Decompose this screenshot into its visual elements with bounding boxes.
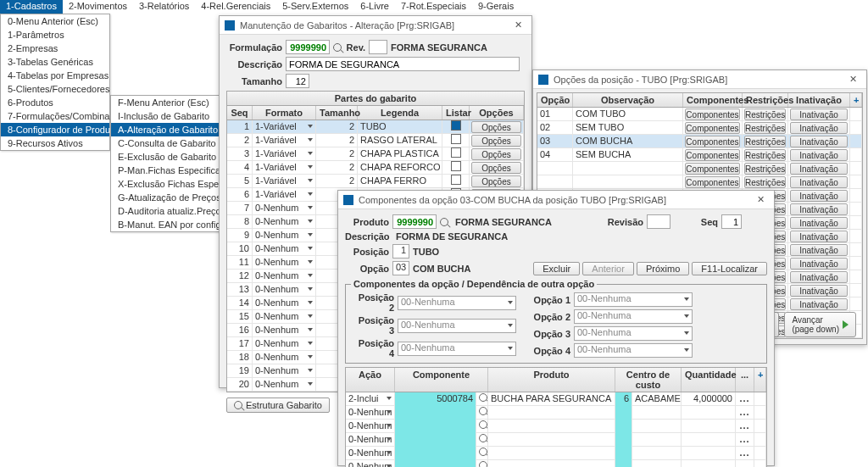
search-icon[interactable] <box>440 218 448 226</box>
submenu-item[interactable]: A-Alteração de Gabarito <box>111 123 220 136</box>
menu-item[interactable]: 6-Produtos <box>1 96 109 109</box>
table-row[interactable]: 0-Nenhum... <box>346 433 766 447</box>
inativacao-button[interactable]: Inativação <box>790 122 848 134</box>
restricoes-button[interactable]: Restrições <box>744 149 786 161</box>
inativacao-button[interactable]: Inativação <box>790 136 848 147</box>
table-row[interactable]: ComponentesRestriçõesInativação <box>537 162 862 175</box>
sel-pos4[interactable]: 00-Nenhuma <box>398 342 516 356</box>
topmenu-item[interactable]: 5-Serv.Externos <box>276 0 354 14</box>
restricoes-button[interactable]: Restrições <box>744 136 786 147</box>
restricoes-button[interactable]: Restrições <box>744 122 786 134</box>
btn-localizar[interactable]: F11-Localizar <box>692 262 767 275</box>
add-row-icon[interactable]: + <box>850 93 862 107</box>
inativacao-button[interactable]: Inativação <box>790 203 848 215</box>
inativacao-button[interactable]: Inativação <box>790 271 848 283</box>
sel-pos2[interactable]: 00-Nenhuma <box>398 296 516 310</box>
topmenu-item[interactable]: 7-Rot.Especiais <box>395 0 472 14</box>
table-row[interactable]: 01COM TUBOComponentesRestriçõesInativaçã… <box>537 108 862 121</box>
menu-item[interactable]: 9-Recursos Ativos <box>1 136 109 150</box>
opcoes-button[interactable]: Opções <box>471 175 521 187</box>
checkbox[interactable] <box>451 120 461 131</box>
checkbox[interactable] <box>451 147 461 158</box>
inativacao-button[interactable]: Inativação <box>790 258 848 270</box>
topmenu-item[interactable]: 2-Movimentos <box>63 0 133 14</box>
checkbox[interactable] <box>451 175 461 185</box>
topmenu-item[interactable]: 1-Cadastros <box>0 0 63 14</box>
table-row[interactable]: 31-Variável2CHAPA PLASTICAOpções <box>227 147 524 161</box>
topmenu-item[interactable]: 9-Gerais <box>472 0 520 14</box>
inativacao-button[interactable]: Inativação <box>790 149 848 161</box>
menu-item[interactable]: 8-Configurador de Produto <box>1 123 109 136</box>
btn-estrutura-gabarito[interactable]: Estrutura Gabarito <box>226 398 330 413</box>
topmenu-item[interactable]: 6-Livre <box>354 0 395 14</box>
table-row[interactable]: 0-Nenhum... <box>346 420 766 433</box>
btn-proximo[interactable]: Próximo <box>637 262 689 275</box>
search-icon[interactable] <box>479 407 487 415</box>
submenu-item[interactable]: X-Exclusão Fichas Especif. <box>111 177 220 191</box>
menu-item[interactable]: 7-Formulações/Combinações <box>1 109 109 123</box>
w2-avancar[interactable]: Avançar(page down) <box>784 312 856 337</box>
ellipsis-icon[interactable]: ... <box>739 434 749 444</box>
inativacao-button[interactable]: Inativação <box>790 217 848 229</box>
menu-item[interactable]: 3-Tabelas Genéricas <box>1 55 109 69</box>
ellipsis-icon[interactable]: ... <box>739 448 749 458</box>
sel-pos3[interactable]: 00-Nenhuma <box>398 319 516 333</box>
inativacao-button[interactable]: Inativação <box>790 244 848 256</box>
inativacao-button[interactable]: Inativação <box>790 231 848 242</box>
submenu-item[interactable]: D-Auditoria atualiz.Preços <box>111 204 220 218</box>
inp3-revisao[interactable] <box>647 214 670 229</box>
topmenu-item[interactable]: 3-Relatórios <box>133 0 195 14</box>
opcoes-button[interactable]: Opções <box>471 121 521 133</box>
opcoes-button[interactable]: Opções <box>471 148 521 160</box>
inativacao-button[interactable]: Inativação <box>790 108 848 120</box>
opcoes-button[interactable]: Opções <box>471 135 521 147</box>
win3-close[interactable]: ✕ <box>752 194 769 205</box>
menu-item[interactable]: 2-Empresas <box>1 42 109 55</box>
checkbox[interactable] <box>451 134 461 144</box>
search-icon[interactable] <box>479 448 487 456</box>
sel-op1[interactable]: 00-Nenhuma <box>574 292 693 307</box>
search-icon[interactable] <box>333 43 342 52</box>
sel-op2[interactable]: 00-Nenhuma <box>574 309 693 324</box>
table-row[interactable]: 21-Variável2RASGO LATERALOpções <box>227 134 524 147</box>
table-row[interactable]: ComponentesRestriçõesInativação <box>537 175 862 189</box>
inativacao-button[interactable]: Inativação <box>790 176 848 188</box>
inativacao-button[interactable]: Inativação <box>790 163 848 175</box>
table-row[interactable]: 2-Inclui5000784BUCHA PARA SEGURANCA6ACAB… <box>346 392 766 406</box>
restricoes-button[interactable]: Restrições <box>744 176 786 188</box>
btn-anterior[interactable]: Anterior <box>582 262 634 275</box>
ellipsis-icon[interactable]: ... <box>739 461 749 468</box>
search-icon[interactable] <box>479 393 487 402</box>
inp-tamanho[interactable] <box>286 74 309 88</box>
submenu-item[interactable]: G-Atualização de Preços <box>111 191 220 204</box>
submenu-item[interactable]: B-Manut. EAN por configuração <box>111 218 220 231</box>
sel-op3[interactable]: 00-Nenhuma <box>574 326 693 341</box>
inativacao-button[interactable]: Inativação <box>790 285 848 297</box>
submenu-item[interactable]: P-Man.Fichas Especificação <box>111 164 220 177</box>
win1-close[interactable]: ✕ <box>509 19 526 31</box>
componentes-button[interactable]: Componentes <box>685 136 740 147</box>
opcoes-button[interactable]: Opções <box>471 162 521 174</box>
table-row[interactable]: 0-Nenhum... <box>346 447 766 460</box>
ellipsis-icon[interactable]: ... <box>739 407 749 417</box>
menu-item[interactable]: 4-Tabelas por Empresas <box>1 69 109 82</box>
search-icon[interactable] <box>479 461 487 468</box>
table-row[interactable]: 0-Nenhum... <box>346 406 766 420</box>
sel-op4[interactable]: 00-Nenhuma <box>574 343 693 358</box>
inp3-seq[interactable] <box>721 214 742 229</box>
table-row[interactable]: 03COM BUCHAComponentesRestriçõesInativaç… <box>537 135 862 148</box>
menu-item[interactable]: 0-Menu Anterior (Esc) <box>1 14 109 28</box>
ellipsis-icon[interactable]: ... <box>739 393 749 403</box>
menu-item[interactable]: 1-Parâmetros <box>1 28 109 42</box>
menu-item[interactable]: 5-Clientes/Fornecedores <box>1 82 109 96</box>
submenu-item[interactable]: C-Consulta de Gabarito <box>111 136 220 150</box>
inp-rev[interactable] <box>369 40 387 54</box>
componentes-button[interactable]: Componentes <box>685 176 740 188</box>
componentes-button[interactable]: Componentes <box>685 108 740 120</box>
componentes-button[interactable]: Componentes <box>685 122 740 134</box>
table-row[interactable]: 02SEM TUBOComponentesRestriçõesInativaçã… <box>537 121 862 135</box>
componentes-button[interactable]: Componentes <box>685 163 740 175</box>
table-row[interactable]: 41-Variável2CHAPA REFORCOOpções <box>227 161 524 175</box>
restricoes-button[interactable]: Restrições <box>744 163 786 175</box>
table-row[interactable]: 04SEM BUCHAComponentesRestriçõesInativaç… <box>537 148 862 162</box>
